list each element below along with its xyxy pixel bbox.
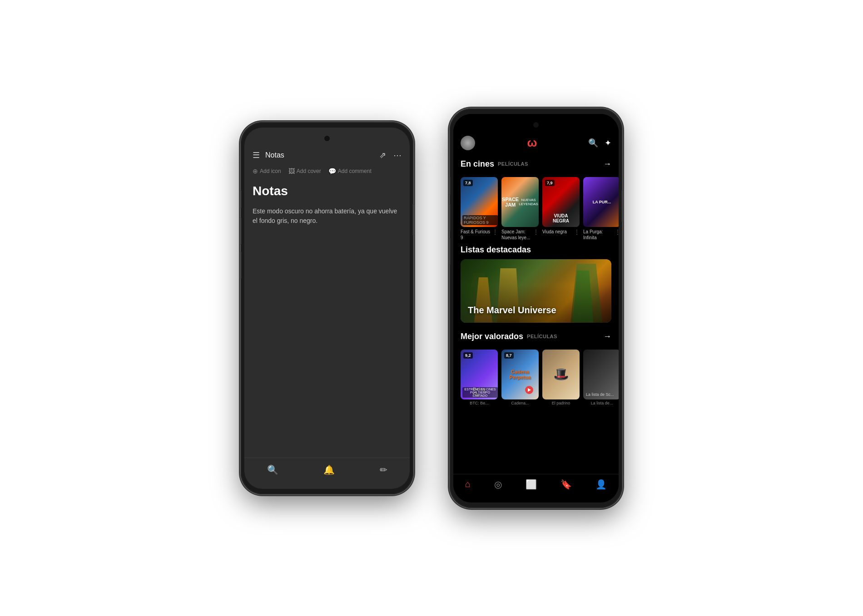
- image-icon: 🖼: [288, 168, 295, 175]
- app-logo: ω: [527, 136, 536, 150]
- main-content: En cines PELÍCULAS → 7,8 RÁPIDOS Y FURIO…: [453, 155, 619, 474]
- logo-container: ω: [475, 136, 588, 150]
- camera-dot-right: [533, 122, 539, 128]
- bookmark-nav-icon[interactable]: 🔖: [560, 479, 572, 490]
- best-rating-2: 8,7: [504, 352, 514, 359]
- more-icon[interactable]: ⋯: [393, 150, 402, 160]
- left-phone: ☰ Notas ⇗ ⋯ ⊕ Add icon 🖼 Add cover 💬 Add…: [241, 122, 413, 494]
- movie-info-bw: Viuda negra ⋮: [542, 229, 580, 235]
- movie-card-pur[interactable]: LA PUR... La Purga: Infinita ⋮: [583, 177, 619, 241]
- page-title: Notas: [265, 151, 284, 159]
- best-rating-1: 9,2: [463, 352, 473, 359]
- movie-more-pur[interactable]: ⋮: [615, 229, 619, 235]
- add-cover-button[interactable]: 🖼 Add cover: [288, 168, 321, 175]
- top-right-icons: 🔍 ✦: [588, 138, 611, 148]
- best-poster-1: 9,2 ESTRENO EN CINESPOR TIEMPO LIMITADO …: [461, 350, 498, 399]
- en-cines-arrow[interactable]: →: [603, 159, 611, 169]
- en-cines-title: En cines: [461, 159, 494, 169]
- bottom-nav: 🔍 🔔 ✏: [244, 458, 410, 489]
- best-bottom-1: BTC: Be...: [461, 401, 498, 405]
- movie-rating-bw: 7,9: [545, 180, 555, 186]
- right-phone-screen: ω 🔍 ✦ En cines PELÍCULAS →: [453, 114, 619, 503]
- camera-dot: [324, 136, 330, 141]
- share-icon[interactable]: ⇗: [379, 150, 386, 160]
- best-card-4[interactable]: La lista de Sc... La lista de...: [583, 350, 619, 405]
- add-comment-button[interactable]: 💬 Add comment: [328, 168, 372, 175]
- best-card-2[interactable]: 8,7 CadenaPerpetua Cadena...: [501, 350, 539, 405]
- listas-title: Listas destacadas: [461, 245, 531, 255]
- add-icon-button[interactable]: ⊕ Add icon: [253, 168, 281, 175]
- search-icon[interactable]: 🔍: [588, 138, 598, 148]
- en-cines-header: En cines PELÍCULAS →: [461, 159, 611, 169]
- top-bar-icons: ⇗ ⋯: [379, 150, 402, 160]
- en-cines-subtitle: PELÍCULAS: [498, 161, 528, 167]
- profile-nav-icon[interactable]: 👤: [595, 479, 607, 490]
- best-title-4: La lista de Sc...: [586, 392, 614, 397]
- best-poster-3: 🎩: [542, 350, 580, 399]
- discover-nav-icon[interactable]: ◎: [494, 479, 502, 490]
- left-phone-screen: ☰ Notas ⇗ ⋯ ⊕ Add icon 🖼 Add cover 💬 Add…: [244, 128, 410, 489]
- best-poster-4: La lista de Sc...: [583, 350, 619, 399]
- movie-poster-pur: LA PUR...: [583, 177, 619, 227]
- movie-info-sj: Space Jam: Nuevas leye... ⋮: [501, 229, 539, 241]
- magic-icon[interactable]: ✦: [605, 138, 611, 148]
- movie-poster-bw: VIUDANEGRA 7,9: [542, 177, 580, 227]
- search-nav-icon[interactable]: 🔍: [267, 464, 278, 475]
- top-bar-right: ω 🔍 ✦: [453, 114, 619, 155]
- right-phone: ω 🔍 ✦ En cines PELÍCULAS →: [450, 108, 622, 508]
- movie-name-ff9: Fast & Furious 9: [461, 229, 491, 241]
- screen-nav-icon[interactable]: ⬜: [526, 479, 537, 490]
- best-card-1[interactable]: 9,2 ESTRENO EN CINESPOR TIEMPO LIMITADO …: [461, 350, 498, 405]
- best-label-small-1: ESTRENO EN CINESPOR TIEMPO LIMITADO: [462, 387, 498, 398]
- bottom-nav-right: ⌂ ◎ ⬜ 🔖 👤: [453, 474, 619, 503]
- comment-icon: 💬: [328, 168, 336, 175]
- featured-banner[interactable]: The Marvel Universe: [461, 259, 611, 323]
- action-row: ⊕ Add icon 🖼 Add cover 💬 Add comment: [244, 165, 410, 179]
- movie-card-sj[interactable]: SPACEJAMNUEVAS LEYENDAS Space Jam: Nueva…: [501, 177, 539, 241]
- best-bottom-4: La lista de...: [583, 401, 619, 405]
- movie-more-ff9[interactable]: ⋮: [492, 229, 498, 235]
- top-bar: ☰ Notas ⇗ ⋯: [244, 128, 410, 165]
- movie-card-bw[interactable]: VIUDANEGRA 7,9 Viuda negra ⋮: [542, 177, 580, 241]
- en-cines-badge-ff9: RÁPIDOS Y FURIOSOS 9: [462, 215, 498, 225]
- movie-poster-ff9: 7,8 RÁPIDOS Y FURIOSOS 9: [461, 177, 498, 227]
- menu-icon[interactable]: ☰: [253, 150, 260, 160]
- note-content: Notas Este modo oscuro no ahorra batería…: [244, 179, 410, 458]
- best-bottom-2: Cadena...: [501, 401, 539, 405]
- movie-more-bw[interactable]: ⋮: [574, 229, 580, 235]
- avatar-image: [461, 136, 475, 150]
- mejor-valorados-subtitle: PELÍCULAS: [527, 334, 557, 339]
- best-bottom-3: El padrino: [542, 401, 580, 405]
- listas-header: Listas destacadas: [461, 245, 611, 255]
- plus-circle-icon: ⊕: [253, 168, 258, 175]
- add-icon-label: Add icon: [260, 168, 281, 174]
- movie-info-ff9: Fast & Furious 9 ⋮: [461, 229, 498, 241]
- best-title-overlay-2: CadenaPerpetua: [509, 369, 531, 380]
- movie-card-ff9[interactable]: 7,8 RÁPIDOS Y FURIOSOS 9 Fast & Furious …: [461, 177, 498, 241]
- best-poster-2: 8,7 CadenaPerpetua: [501, 350, 539, 399]
- add-comment-label: Add comment: [338, 168, 372, 174]
- movie-info-pur: La Purga: Infinita ⋮: [583, 229, 619, 241]
- note-title: Notas: [253, 184, 402, 198]
- mejor-valorados-title: Mejor valorados: [461, 332, 523, 341]
- mejor-valorados-header: Mejor valorados PELÍCULAS →: [461, 332, 611, 341]
- movie-name-sj: Space Jam: Nuevas leye...: [501, 229, 532, 241]
- mejor-valorados-arrow[interactable]: →: [603, 332, 611, 341]
- featured-title: The Marvel Universe: [468, 305, 556, 315]
- movie-more-sj[interactable]: ⋮: [533, 229, 539, 235]
- notifications-nav-icon[interactable]: 🔔: [323, 464, 335, 475]
- best-rated-scroll: 9,2 ESTRENO EN CINESPOR TIEMPO LIMITADO …: [453, 350, 619, 409]
- movie-poster-sj: SPACEJAMNUEVAS LEYENDAS: [501, 177, 539, 227]
- best-card-3[interactable]: 🎩 El padrino: [542, 350, 580, 405]
- movie-rating-ff9: 7,8: [463, 180, 473, 186]
- mejor-valorados-section: Mejor valorados PELÍCULAS →: [453, 327, 619, 350]
- movie-name-pur: La Purga: Infinita: [583, 229, 614, 241]
- movie-name-bw: Viuda negra: [542, 229, 573, 235]
- add-cover-label: Add cover: [297, 168, 321, 174]
- avatar[interactable]: [461, 136, 475, 150]
- en-cines-section: En cines PELÍCULAS →: [453, 155, 619, 177]
- compose-nav-icon[interactable]: ✏: [380, 464, 387, 475]
- listas-section: Listas destacadas: [453, 241, 619, 327]
- home-nav-icon[interactable]: ⌂: [465, 479, 471, 489]
- note-body: Este modo oscuro no ahorra batería, ya q…: [253, 207, 402, 226]
